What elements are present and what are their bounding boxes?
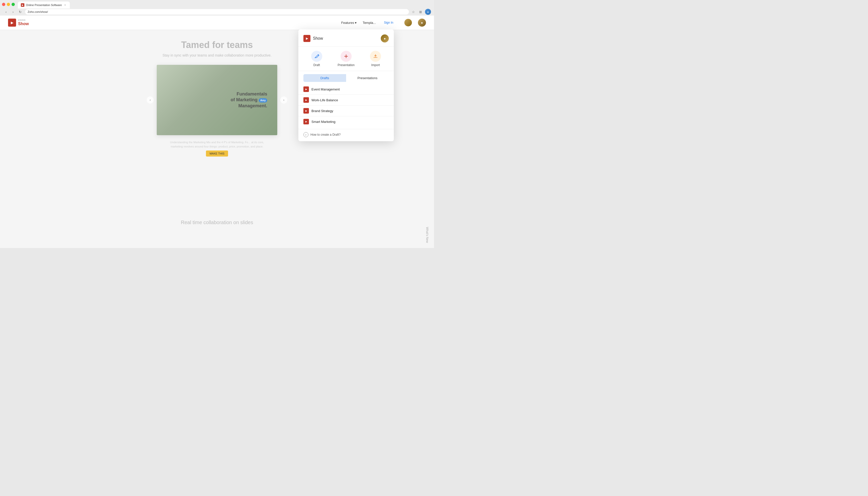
whats-new-label: What's New <box>425 227 429 243</box>
slide-text-overlay: Fundamentals of Marketing Amy Management… <box>231 91 267 109</box>
main-content: ▶ Zoho Show Features ▾ Templa... Sign In… <box>0 16 434 248</box>
cta-button[interactable]: MAKE THIS <box>206 151 228 157</box>
draft-icon <box>311 51 322 62</box>
import-label: Import <box>371 63 380 67</box>
import-icon <box>370 51 381 62</box>
item-icon-0: ▶ <box>303 87 309 92</box>
panel-logo-icon: ▶ <box>303 35 311 42</box>
list-item[interactable]: ▶ Event Management <box>298 84 394 95</box>
slide-next-button[interactable]: › <box>280 96 287 104</box>
slide-background: Fundamentals of Marketing Amy Management… <box>157 65 277 135</box>
panel-tabs: Drafts Presentations <box>303 74 389 82</box>
tab-drafts[interactable]: Drafts <box>303 74 346 82</box>
templates-nav-link[interactable]: Templa... <box>363 21 376 25</box>
panel-title: Show <box>313 36 323 41</box>
slide-preview: Fundamentals of Marketing Amy Management… <box>157 65 277 135</box>
slide-prev-button[interactable]: ‹ <box>147 96 154 104</box>
panel-header: ▶ Show ● <box>298 34 394 47</box>
logo-show: Show <box>18 21 29 26</box>
dropdown-panel: ▶ Show ● Draft <box>298 29 394 141</box>
draft-action[interactable]: Draft <box>311 51 322 67</box>
marketing-section: Understanding the Marketing Mix and the … <box>0 140 434 157</box>
how-to-link[interactable]: How to create a Draft? <box>311 133 341 137</box>
panel-actions: Draft Presentation Impor <box>298 47 394 71</box>
address-bar-row: ‹ › ↻ Zoho.com/show/ ☆ ⊞ ● <box>0 8 434 16</box>
marketing-text: Understanding the Marketing Mix and the … <box>167 140 267 149</box>
site-user-avatar-2[interactable]: ● <box>418 19 426 27</box>
minimize-traffic-light[interactable] <box>7 3 10 6</box>
logo-zoho: Zoho <box>18 19 29 21</box>
sign-in-button[interactable]: Sign In <box>382 20 395 25</box>
item-icon-3: ▶ <box>303 119 309 124</box>
site-user-avatar[interactable] <box>404 19 412 26</box>
traffic-lights <box>2 3 15 6</box>
site-navbar: ▶ Zoho Show Features ▾ Templa... Sign In… <box>0 16 434 30</box>
site-nav-links: Features ▾ Templa... Sign In ● <box>341 19 426 27</box>
logo-text: Zoho Show <box>18 19 29 26</box>
collab-badge: Amy <box>259 98 267 103</box>
play-circle-icon: ▷ <box>303 132 309 137</box>
presentation-icon <box>341 51 352 62</box>
draft-label: Draft <box>313 63 320 67</box>
tab-favicon-icon: ▶ <box>21 3 25 7</box>
close-traffic-light[interactable] <box>2 3 5 6</box>
panel-footer: ▷ How to create a Draft? <box>298 129 394 137</box>
browser-toolbar-right: ☆ ⊞ ● <box>411 9 431 15</box>
forward-button[interactable]: › <box>10 9 16 15</box>
tab-title: Online Presentation Software <box>26 3 62 6</box>
slide-title: Fundamentals of Marketing Amy Management… <box>231 91 267 109</box>
url-text: Zoho.com/show/ <box>28 10 48 13</box>
presentation-label: Presentation <box>337 63 354 67</box>
tab-bar: ▶ Online Presentation Software × <box>0 0 434 8</box>
features-arrow-icon: ▾ <box>355 21 357 25</box>
list-item[interactable]: ▶ Smart Marketing <box>298 117 394 127</box>
browser-tab[interactable]: ▶ Online Presentation Software × <box>18 1 70 9</box>
browser-profile-avatar[interactable]: ● <box>425 9 431 15</box>
list-item[interactable]: ▶ Work-Life Balance <box>298 95 394 106</box>
slide-preview-wrapper: ‹ Fundamentals of Marketing Amy Manageme… <box>157 65 277 135</box>
extensions-icon[interactable]: ⊞ <box>418 9 423 14</box>
import-action[interactable]: Import <box>370 51 381 67</box>
features-nav-link[interactable]: Features ▾ <box>341 21 357 25</box>
maximize-traffic-light[interactable] <box>12 3 15 6</box>
item-name-3: Smart Marketing <box>312 120 335 124</box>
reload-button[interactable]: ↻ <box>17 9 23 15</box>
item-name-2: Brand Strategy <box>312 109 333 113</box>
panel-list: ▶ Event Management ▶ Work-Life Balance ▶… <box>298 82 394 129</box>
list-item[interactable]: ▶ Brand Strategy <box>298 106 394 117</box>
back-button[interactable]: ‹ <box>3 9 9 15</box>
tab-presentations[interactable]: Presentations <box>346 74 389 82</box>
site-logo: ▶ Zoho Show <box>8 19 29 27</box>
nav-buttons: ‹ › ↻ <box>3 9 23 15</box>
tab-close-button[interactable]: × <box>63 3 67 7</box>
bottom-section: Real time collaboration on slides <box>0 212 434 233</box>
item-icon-1: ▶ <box>303 97 309 103</box>
browser-chrome: ▶ Online Presentation Software × ‹ › ↻ Z… <box>0 0 434 16</box>
logo-icon: ▶ <box>8 19 16 27</box>
item-name-1: Work-Life Balance <box>312 98 338 102</box>
bottom-title: Real time collaboration on slides <box>7 220 426 226</box>
item-name-0: Event Management <box>312 88 340 91</box>
panel-avatar[interactable]: ● <box>381 34 389 43</box>
bookmark-icon[interactable]: ☆ <box>411 9 416 14</box>
address-bar[interactable]: Zoho.com/show/ <box>25 9 409 15</box>
item-icon-2: ▶ <box>303 108 309 113</box>
new-presentation-action[interactable]: Presentation <box>337 51 354 67</box>
